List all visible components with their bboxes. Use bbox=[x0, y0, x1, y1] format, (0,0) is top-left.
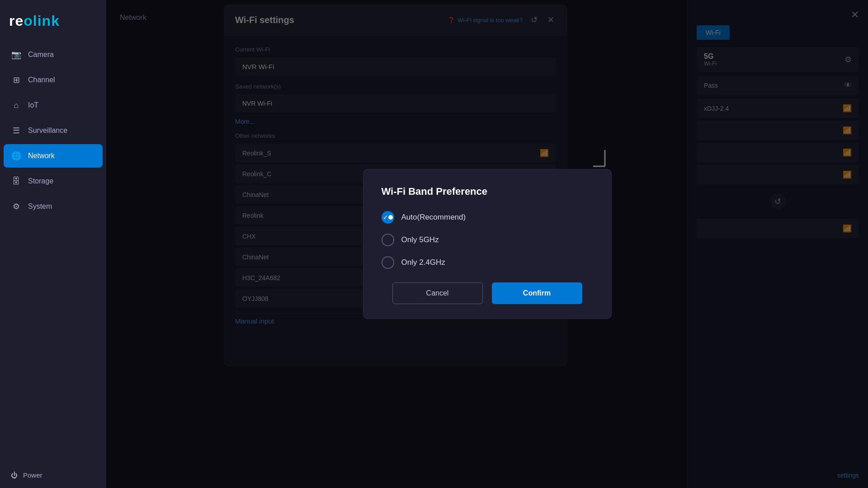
band-option-5ghz[interactable]: Only 5GHz bbox=[382, 234, 593, 246]
sidebar-item-system[interactable]: ⚙ System bbox=[4, 195, 103, 218]
sidebar-item-surveillance[interactable]: ☰ Surveillance bbox=[4, 119, 103, 142]
band-preference-dialog: Wi-Fi Band Preference ✓ Auto(Recommend) … bbox=[363, 169, 612, 319]
band-radio-2ghz[interactable] bbox=[382, 256, 394, 269]
sidebar-nav: 📷 Camera ⊞ Channel ⌂ IoT ☰ Surveillance … bbox=[0, 43, 106, 462]
sidebar-item-iot[interactable]: ⌂ IoT bbox=[4, 94, 103, 117]
power-label: Power bbox=[23, 471, 42, 479]
power-icon: ⏻ bbox=[11, 471, 18, 479]
system-icon: ⚙ bbox=[11, 201, 22, 212]
sidebar: reolink 📷 Camera ⊞ Channel ⌂ IoT ☰ Surve… bbox=[0, 0, 106, 488]
modal-overlay: Wi-Fi Band Preference ✓ Auto(Recommend) … bbox=[106, 0, 868, 488]
band-option-5ghz-label: Only 5GHz bbox=[401, 235, 439, 244]
cancel-button[interactable]: Cancel bbox=[392, 282, 483, 304]
sidebar-item-label: Surveillance bbox=[28, 127, 67, 135]
network-icon: 🌐 bbox=[11, 150, 22, 161]
band-option-2ghz-label: Only 2.4GHz bbox=[401, 258, 445, 267]
logo-link: olink bbox=[24, 13, 60, 29]
band-radio-auto[interactable]: ✓ bbox=[382, 211, 394, 224]
channel-icon: ⊞ bbox=[11, 75, 22, 85]
logo-re: re bbox=[9, 13, 24, 29]
sidebar-item-channel[interactable]: ⊞ Channel bbox=[4, 68, 103, 92]
band-dialog-title: Wi-Fi Band Preference bbox=[382, 186, 593, 197]
band-option-auto[interactable]: ✓ Auto(Recommend) bbox=[382, 211, 593, 224]
power-button[interactable]: ⏻ Power bbox=[0, 462, 106, 488]
sidebar-item-network[interactable]: 🌐 Network bbox=[4, 144, 103, 168]
band-option-auto-label: Auto(Recommend) bbox=[401, 213, 466, 222]
storage-icon: 🗄 bbox=[11, 176, 22, 187]
surveillance-icon: ☰ bbox=[11, 125, 22, 136]
camera-icon: 📷 bbox=[11, 49, 22, 60]
band-option-2ghz[interactable]: Only 2.4GHz bbox=[382, 256, 593, 269]
sidebar-item-label: Storage bbox=[28, 177, 53, 185]
sidebar-item-label: Channel bbox=[28, 76, 55, 84]
logo-text: reolink bbox=[9, 13, 60, 29]
sidebar-item-storage[interactable]: 🗄 Storage bbox=[4, 169, 103, 193]
checkmark-icon: ✓ bbox=[383, 214, 388, 221]
sidebar-item-camera[interactable]: 📷 Camera bbox=[4, 43, 103, 66]
sidebar-item-label: System bbox=[28, 202, 52, 211]
sidebar-item-label: IoT bbox=[28, 101, 38, 109]
sidebar-item-label: Network bbox=[28, 152, 55, 160]
main-content: Wi-Fi settings ❓ Wi-Fi signal is too wea… bbox=[106, 0, 868, 488]
confirm-button[interactable]: Confirm bbox=[492, 282, 582, 304]
band-radio-5ghz[interactable] bbox=[382, 234, 394, 246]
logo: reolink bbox=[0, 0, 106, 43]
sidebar-item-label: Camera bbox=[28, 51, 54, 59]
band-dialog-footer: Cancel Confirm bbox=[382, 282, 593, 304]
iot-icon: ⌂ bbox=[11, 100, 22, 111]
